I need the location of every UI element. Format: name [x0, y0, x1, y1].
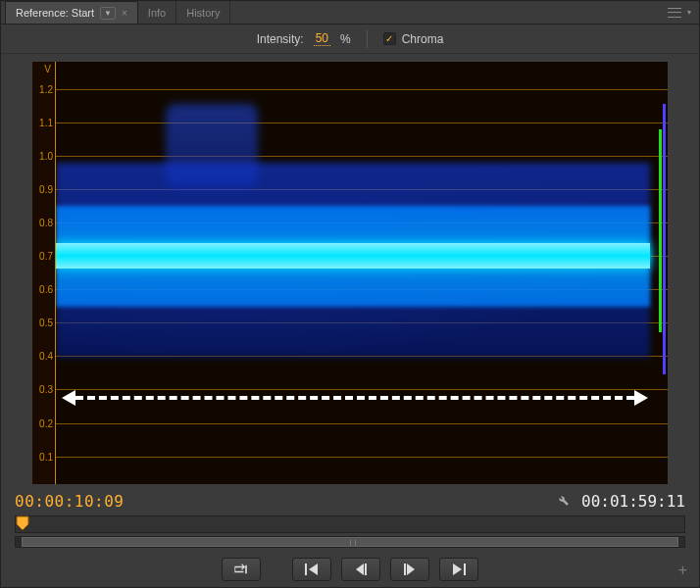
separator	[367, 30, 368, 48]
y-tick: 0.2	[39, 417, 53, 428]
waveform-core	[56, 243, 650, 269]
goto-in-button[interactable]	[292, 558, 331, 581]
y-tick: 0.6	[39, 284, 53, 295]
y-axis: V 1.2 1.1 1.0 0.9 0.8 0.7 0.6 0.5 0.4 0.…	[32, 62, 56, 484]
timecode-bar: 00:00:10:09 00:01:59:11	[1, 488, 699, 514]
chroma-checkbox[interactable]: ✓ Chroma	[383, 32, 444, 46]
intensity-unit: %	[340, 32, 351, 46]
close-icon[interactable]: ×	[122, 8, 127, 19]
tab-label: Reference: Start	[16, 7, 94, 19]
step-forward-button[interactable]	[390, 558, 429, 581]
y-tick: 0.9	[39, 184, 53, 195]
intensity-value[interactable]: 50	[314, 31, 330, 46]
add-icon[interactable]: +	[678, 562, 687, 579]
y-tick: 0.5	[39, 318, 53, 328]
scope-plot	[56, 62, 668, 484]
chevron-down-icon: ▾	[687, 8, 691, 17]
scope-area: V 1.2 1.1 1.0 0.9 0.8 0.7 0.6 0.5 0.4 0.…	[1, 54, 699, 488]
range-arrow	[62, 391, 648, 405]
transport-controls: +	[1, 552, 699, 587]
range-bar-blue	[663, 104, 666, 374]
duration-timecode: 00:01:59:11	[581, 492, 685, 511]
y-tick: 0.4	[39, 351, 53, 362]
playhead[interactable]	[16, 515, 29, 531]
panel-menu[interactable]: ▾	[668, 1, 695, 24]
checkbox-icon: ✓	[383, 32, 396, 45]
tab-history[interactable]: History	[176, 1, 230, 24]
tab-reference-start[interactable]: Reference: Start ▼ ×	[5, 1, 138, 24]
loop-button[interactable]	[222, 558, 261, 581]
svg-rect-2	[404, 564, 406, 575]
intensity-label: Intensity:	[257, 32, 304, 46]
y-tick: 0.7	[39, 251, 53, 262]
svg-rect-3	[464, 564, 466, 575]
current-timecode[interactable]: 00:00:10:09	[15, 492, 124, 511]
y-tick: 1.2	[39, 84, 53, 95]
zoom-thumb[interactable]	[22, 537, 678, 547]
chroma-label: Chroma	[402, 32, 444, 46]
arrow-right-icon	[634, 390, 648, 406]
step-back-button[interactable]	[341, 558, 380, 581]
y-tick: 1.1	[39, 118, 53, 128]
tab-bar: Reference: Start ▼ × Info History ▾	[1, 1, 699, 24]
tab-info[interactable]: Info	[138, 1, 176, 24]
scope-canvas[interactable]: V 1.2 1.1 1.0 0.9 0.8 0.7 0.6 0.5 0.4 0.…	[32, 62, 668, 484]
tab-label: Info	[148, 7, 166, 19]
zoom-scrollbar[interactable]	[15, 536, 685, 548]
options-bar: Intensity: 50 % ✓ Chroma	[1, 24, 699, 54]
svg-rect-0	[305, 564, 307, 575]
y-tick: 0.3	[39, 384, 53, 395]
y-tick: 0.1	[39, 451, 53, 462]
hamburger-icon	[668, 8, 681, 18]
svg-rect-1	[365, 564, 367, 575]
timeline	[1, 514, 699, 552]
arrow-left-icon	[62, 390, 75, 406]
waveform-peak	[166, 104, 258, 188]
range-bar-green	[659, 129, 662, 332]
tab-label: History	[186, 7, 220, 19]
y-tick: 0.8	[39, 218, 53, 228]
timeline-ruler[interactable]	[15, 515, 685, 533]
chevron-down-icon[interactable]: ▼	[100, 7, 116, 20]
y-tick: 1.0	[39, 151, 53, 162]
checkmark-icon: ✓	[385, 34, 393, 44]
axis-title: V	[44, 64, 51, 74]
goto-out-button[interactable]	[439, 558, 478, 581]
wrench-icon[interactable]	[556, 493, 570, 510]
